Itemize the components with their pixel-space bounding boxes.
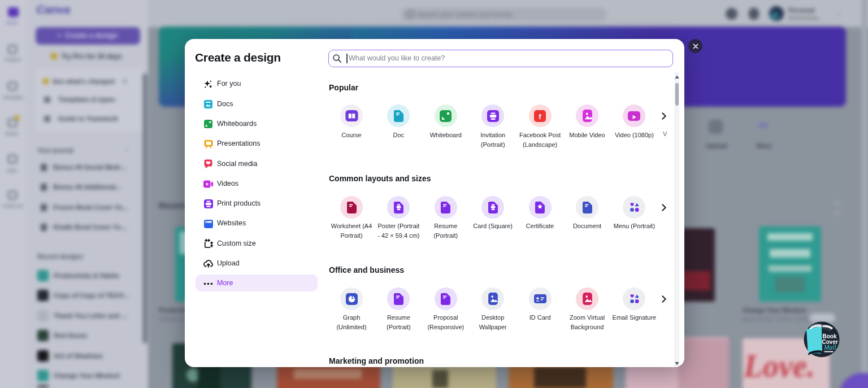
svg-text:f: f <box>539 112 541 121</box>
svg-text:Mall: Mall <box>823 344 836 351</box>
